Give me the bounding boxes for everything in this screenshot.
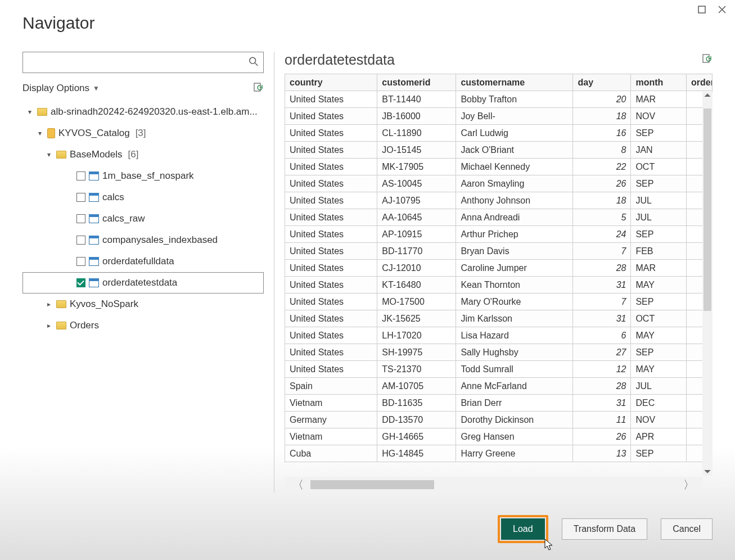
column-header[interactable]: order: [686, 74, 712, 91]
cell-day: 26: [573, 175, 631, 192]
tree-node-orders[interactable]: ▸ Orders: [22, 315, 264, 336]
table-row[interactable]: SpainAM-10705Anne McFarland28JUL: [285, 378, 713, 395]
table-row[interactable]: United StatesCJ-12010Caroline Jumper28MA…: [285, 260, 713, 277]
tree-label: KYVOS_Catalog: [58, 128, 130, 139]
table-row[interactable]: United StatesBT-11440Bobby Trafton20MAR: [285, 91, 713, 108]
tree-label: BaseModels: [70, 149, 123, 160]
cell-customerid: MO-17500: [377, 293, 456, 310]
cell-month: OCT: [631, 159, 687, 175]
cell-day: 11: [573, 412, 631, 428]
cell-customerid: CL-11890: [377, 125, 456, 142]
close-icon[interactable]: [717, 4, 727, 15]
table-row[interactable]: United StatesCL-11890Carl Ludwig16SEP: [285, 125, 713, 142]
load-button[interactable]: Load: [501, 518, 545, 540]
cell-country: United States: [285, 91, 377, 108]
checkbox[interactable]: [76, 214, 85, 223]
refresh-tree-icon[interactable]: [252, 82, 264, 95]
tree-node-nospark[interactable]: ▸ Kyvos_NoSpark: [22, 293, 264, 315]
scroll-right-icon[interactable]: 〉: [683, 477, 695, 493]
table-row[interactable]: United StatesJK-15625Jim Karlsson31OCT: [285, 310, 713, 327]
collapse-icon[interactable]: ▾: [45, 151, 53, 159]
table-row[interactable]: United StatesMO-17500Mary O'Rourke7SEP: [285, 293, 713, 310]
cell-customername: Arthur Prichep: [456, 226, 573, 243]
navigator-tree: ▾ alb-srinadh20242-624920320.us-east-1.e…: [22, 101, 264, 336]
tree-leaf-table[interactable]: 1m_base_sf_nospark: [22, 165, 264, 187]
vertical-scroll-thumb[interactable]: [704, 109, 711, 311]
column-header[interactable]: customername: [456, 74, 573, 91]
checkbox[interactable]: [76, 171, 85, 180]
search-input[interactable]: [23, 52, 263, 73]
collapse-icon[interactable]: ▾: [26, 108, 34, 116]
cell-country: United States: [285, 260, 377, 277]
expand-icon[interactable]: ▸: [45, 322, 53, 329]
checkbox[interactable]: [76, 257, 85, 266]
scroll-left-icon[interactable]: 〈: [292, 477, 304, 493]
cell-customerid: TS-21370: [377, 361, 456, 378]
cell-month: SEP: [631, 445, 687, 462]
cell-month: MAY: [631, 327, 687, 344]
cell-month: FEB: [631, 243, 687, 260]
scroll-up-icon[interactable]: 🞁: [704, 92, 712, 102]
tree-leaf-table[interactable]: orderdatetestdata: [22, 272, 264, 293]
table-row[interactable]: United StatesJB-16000Joy Bell-18NOV: [285, 108, 713, 125]
refresh-preview-icon[interactable]: [701, 53, 713, 66]
table-row[interactable]: United StatesTS-21370Todd Sumrall12MAY: [285, 361, 713, 378]
expand-icon[interactable]: ▸: [45, 300, 53, 308]
table-row[interactable]: United StatesLH-17020Lisa Hazard6MAY: [285, 327, 713, 344]
table-row[interactable]: United StatesMK-17905Michael Kennedy22OC…: [285, 159, 713, 175]
table-row[interactable]: United StatesSH-19975Sally Hughsby27SEP: [285, 344, 713, 361]
cell-customername: Brian Derr: [456, 395, 573, 412]
display-options-dropdown[interactable]: Display Options ▼: [22, 83, 100, 94]
cell-customername: Mary O'Rourke: [456, 293, 573, 310]
table-row[interactable]: United StatesBD-11770Bryan Davis7FEB: [285, 243, 713, 260]
cell-country: United States: [285, 361, 377, 378]
search-icon[interactable]: [249, 57, 259, 69]
folder-icon: [56, 300, 66, 308]
tree-node-connection[interactable]: ▾ alb-srinadh20242-624920320.us-east-1.e…: [22, 101, 264, 123]
scroll-down-icon[interactable]: 🞃: [704, 466, 712, 476]
cell-customername: Anna Andreadi: [456, 209, 573, 226]
tree-leaf-table[interactable]: calcs: [22, 187, 264, 208]
column-header[interactable]: month: [631, 74, 687, 91]
tree-leaf-table[interactable]: orderdatefulldata: [22, 251, 264, 272]
transform-data-button[interactable]: Transform Data: [562, 518, 648, 540]
table-icon: [89, 257, 99, 266]
table-row[interactable]: VietnamBD-11635Brian Derr31DEC: [285, 395, 713, 412]
table-row[interactable]: United StatesAS-10045Aaron Smayling26SEP: [285, 175, 713, 192]
tree-node-basemodels[interactable]: ▾ BaseModels [6]: [22, 144, 264, 165]
tree-node-catalog[interactable]: ▾ KYVOS_Catalog [3]: [22, 123, 264, 144]
collapse-icon[interactable]: ▾: [36, 129, 44, 137]
tree-leaf-table[interactable]: calcs_raw: [22, 208, 264, 229]
column-header[interactable]: customerid: [377, 74, 456, 91]
table-row[interactable]: United StatesAP-10915Arthur Prichep24SEP: [285, 226, 713, 243]
cell-country: Cuba: [285, 445, 377, 462]
cell-day: 12: [573, 361, 631, 378]
checkbox[interactable]: [76, 278, 85, 287]
table-row[interactable]: United StatesJO-15145Jack O'Briant8JAN: [285, 142, 713, 159]
maximize-icon[interactable]: [697, 4, 707, 15]
tree-leaf-table[interactable]: companysales_indexbased: [22, 229, 264, 251]
table-row[interactable]: VietnamGH-14665Greg Hansen26APR: [285, 428, 713, 445]
table-icon: [89, 193, 99, 202]
checkbox[interactable]: [76, 236, 85, 245]
vertical-scrollbar[interactable]: 🞁 🞃: [702, 92, 713, 476]
tree-leaf-label: 1m_base_sf_nospark: [102, 170, 194, 182]
cell-customername: Jack O'Briant: [456, 142, 573, 159]
table-row[interactable]: United StatesAA-10645Anna Andreadi5JUL: [285, 209, 713, 226]
cell-customerid: HG-14845: [377, 445, 456, 462]
cell-month: SEP: [631, 293, 687, 310]
column-header[interactable]: day: [573, 74, 631, 91]
horizontal-scroll-thumb[interactable]: [310, 480, 434, 489]
column-header[interactable]: country: [285, 74, 377, 91]
table-row[interactable]: United StatesAJ-10795Anthony Johnson18JU…: [285, 192, 713, 209]
cell-month: JUL: [631, 209, 687, 226]
horizontal-scrollbar[interactable]: 〈 〉: [285, 477, 702, 493]
table-row[interactable]: GermanyDD-13570Dorothy Dickinson11NOV: [285, 412, 713, 428]
checkbox[interactable]: [76, 193, 85, 202]
cell-customerid: AM-10705: [377, 378, 456, 395]
cell-country: United States: [285, 159, 377, 175]
table-row[interactable]: CubaHG-14845Harry Greene13SEP: [285, 445, 713, 462]
table-row[interactable]: United StatesKT-16480Kean Thornton31MAY: [285, 277, 713, 293]
cancel-button[interactable]: Cancel: [661, 518, 713, 540]
load-button-highlight: Load: [498, 515, 548, 543]
